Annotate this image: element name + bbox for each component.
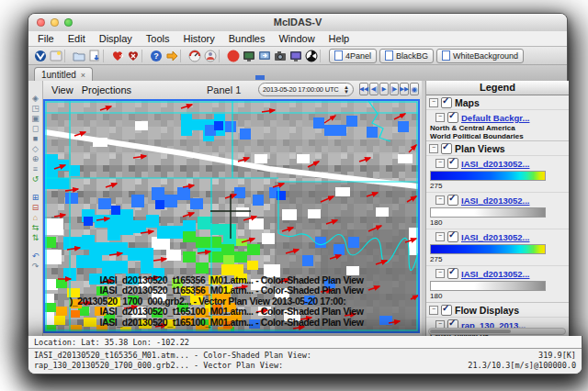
menu-file[interactable]: File [38,33,54,44]
color-scale-gray[interactable] [430,207,546,218]
color-scale-rainbow[interactable] [430,244,546,254]
readout-layer-label: rap_130_20130520_1700_000.grb2... - Vect… [34,361,283,371]
open-bundle-icon[interactable] [71,49,86,63]
settings-sliders-icon[interactable]: ≡ [33,164,38,173]
presentation-icon[interactable] [288,49,303,63]
legend-group-maps[interactable]: − Maps [426,95,569,109]
legend-item-iasi-4[interactable]: − IASI_d2013052... [426,265,569,280]
rotate-view-icon[interactable]: ◳ [31,104,40,113]
layer-visibility-checkbox[interactable] [447,158,458,169]
layer-visibility-checkbox[interactable] [447,268,458,279]
menu-window[interactable]: Window [278,33,314,44]
refresh-view-icon[interactable]: ↺ [32,174,40,184]
title-bar[interactable]: McIDAS-V [28,14,567,32]
readout-value: 319.9[K] [538,351,576,361]
movie-capture-icon[interactable] [256,49,272,63]
bundle-button-4panel[interactable]: 4Panel [329,49,377,63]
wire-cube-icon[interactable]: ◇ [32,144,39,153]
bundle-doc-icon [334,50,343,61]
favorite-remove-icon[interactable] [125,49,141,63]
collapse-icon[interactable]: − [429,144,438,153]
perspective-view-icon[interactable]: ◈ [32,94,39,103]
bundle-doc-icon [442,50,450,61]
color-scale-gray[interactable] [430,281,546,291]
go-to-start-button[interactable]: ◀◀ [359,83,368,95]
menu-edit[interactable]: Edit [68,33,85,44]
bundle-button-blackbg[interactable]: BlackBG [379,49,434,63]
legend-group-flow-displays[interactable]: − Flow Displays [426,302,569,317]
zoom-in-icon[interactable]: ⊞ [32,193,40,202]
projections-menu[interactable]: Projections [82,84,131,95]
scrollbar-thumb[interactable] [430,330,511,333]
pan-vertical-icon[interactable]: ⇅ [32,233,40,242]
top-view-icon[interactable]: ▣ [31,114,40,123]
collapse-icon[interactable]: − [435,232,445,241]
legend-item-default-background[interactable]: − Default Backgr... [426,109,569,124]
legend-group-plan-views[interactable]: − Plan Views [426,140,569,155]
go-to-end-button[interactable]: ▶▶ [400,83,409,95]
layer-visibility-checkbox[interactable] [447,231,458,242]
stop-loads-icon[interactable] [225,49,241,63]
collapse-icon[interactable]: − [435,113,445,122]
save-bundle-icon[interactable] [86,49,102,63]
tab-close-icon[interactable]: × [81,71,85,80]
collapse-icon[interactable]: − [435,269,445,278]
animation-timeline-indicator[interactable] [255,75,265,80]
bundle-button-whitebackground[interactable]: WhiteBackground [436,49,524,63]
collapse-icon[interactable]: − [429,306,438,315]
bundle-doc-icon [385,50,393,61]
legend-item-iasi-1[interactable]: − IASI_d2013052... [426,155,569,170]
legend-item-iasi-3[interactable]: − IASI_d2013052... [426,229,569,243]
menu-help[interactable]: Help [329,33,350,44]
color-scale-min-value: 275 [426,254,569,265]
snapshot-camera-icon[interactable] [272,49,288,63]
tip-of-day-icon[interactable] [164,49,179,63]
globe-axes-icon[interactable]: ⊕ [32,154,40,163]
tab-untitled[interactable]: 1untitled × [34,67,93,82]
legend-horizontal-scrollbar[interactable] [428,328,566,335]
user-gauge-icon[interactable] [202,49,218,63]
cursor-location-readout: Location: Lat: 35.38 Lon: -102.22 [34,338,189,347]
location-status-bar: Location: Lat: 35.38 Lon: -102.22 [28,336,582,349]
step-back-button[interactable]: ◀| [369,83,379,95]
map-display[interactable]: IASI_d20130520_t165356_M01.atm... - Colo… [43,99,420,333]
time-selector[interactable]: 2013-05-20 17:00:00 UTC ▲▼ [258,83,354,96]
fill-view-icon[interactable]: ■ [33,134,38,143]
animation-properties-button[interactable]: ◉ [410,83,419,95]
layer-visibility-checkbox[interactable] [447,112,458,123]
menu-tools[interactable]: Tools [146,33,170,44]
pan-horizontal-icon[interactable]: ⇆ [32,223,40,232]
panel-menu-strip: View Projections Panel 1 2013-05-20 17:0… [43,81,422,99]
collapse-icon[interactable]: − [435,196,445,205]
dashboard-gauge-icon[interactable] [187,49,202,63]
image-capture-icon[interactable] [241,49,256,63]
play-button[interactable]: ▶ [379,83,389,95]
rotate-ccw-icon[interactable]: ↶ [32,251,40,261]
favorite-add-icon[interactable] [109,49,125,63]
legend-item-iasi-2[interactable]: − IASI_d2013052... [426,192,569,207]
home-view-icon[interactable]: ⌂ [33,213,38,222]
time-value: 2013-05-20 17:00:00 UTC [263,85,339,94]
layer-visibility-checkbox[interactable] [447,195,458,206]
color-scale-rainbow[interactable] [430,171,546,181]
help-icon[interactable]: ? [148,49,164,63]
new-display-icon[interactable] [48,49,63,63]
plan-views-visibility-checkbox[interactable] [441,143,452,154]
flow-visibility-checkbox[interactable] [441,305,452,316]
menu-display[interactable]: Display [99,33,132,44]
remove-displays-icon[interactable] [303,49,319,63]
menu-history[interactable]: History [183,33,214,44]
menu-bundles[interactable]: Bundles [229,33,266,44]
maps-visibility-checkbox[interactable] [441,97,452,108]
mcidasv-logo-icon[interactable] [32,49,48,63]
bottom-view-icon[interactable]: ◻ [32,124,39,133]
view-menu[interactable]: View [51,84,74,95]
collapse-icon[interactable]: − [429,98,438,107]
collapse-icon[interactable]: − [435,159,445,168]
probe-readout-panel: IASI_d20130520_t165356_M01.atm... - Colo… [28,349,582,374]
time-stepper-icon[interactable]: ▲▼ [344,85,349,95]
zoom-out-icon[interactable]: ⊟ [32,203,40,212]
rotate-cw-icon[interactable]: ↷ [32,262,40,271]
tab-bar: 1untitled × [28,65,567,82]
step-forward-button[interactable]: |▶ [390,83,399,95]
